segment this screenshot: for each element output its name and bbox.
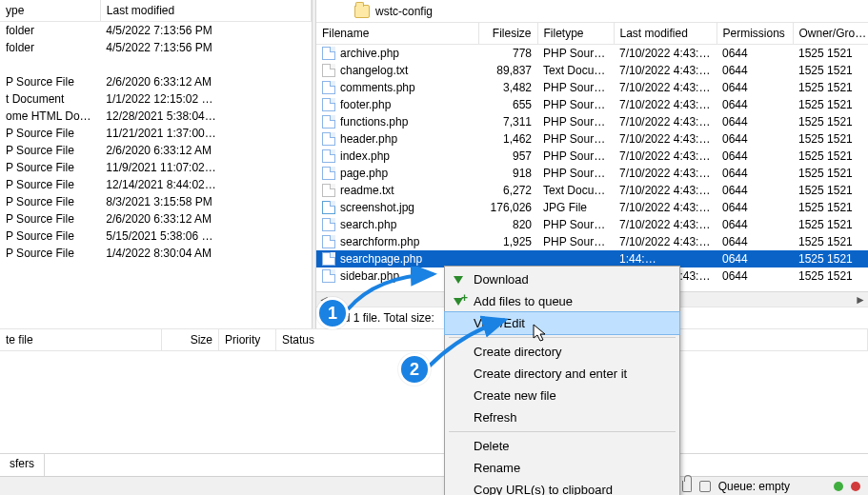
context-menu: Download + Add files to queue View/Edit …: [444, 266, 680, 495]
file-icon: [322, 269, 335, 283]
table-row[interactable]: header.php 1,462 PHP Sourc… 7/10/2022 4:…: [316, 130, 868, 148]
table-row[interactable]: comments.php 3,482 PHP Sourc… 7/10/2022 …: [316, 79, 868, 96]
add-to-queue-icon: +: [451, 294, 466, 309]
bottom-tabs: sfers: [0, 453, 868, 476]
download-icon: [451, 272, 466, 287]
ctx-create-file[interactable]: Create new file: [445, 385, 679, 406]
table-row[interactable]: readme.txt 6,272 Text Docu… 7/10/2022 4:…: [316, 182, 868, 199]
table-row[interactable]: P Source File11/21/2021 1:37:00…: [0, 125, 312, 142]
annotation-bubble-1: 1: [316, 297, 349, 329]
table-row[interactable]: P Source File2/6/2020 6:33:12 AM: [0, 210, 312, 228]
file-icon: [322, 81, 335, 94]
file-icon: [322, 115, 335, 129]
table-row[interactable]: index.php 957 PHP Sourc… 7/10/2022 4:43:…: [316, 148, 868, 165]
table-row[interactable]: searchform.php 1,925 PHP Sourc… 7/10/202…: [316, 233, 868, 250]
status-bar: Queue: empty: [0, 476, 868, 495]
remote-tree-label: wstc-config: [375, 5, 433, 18]
file-icon: [322, 167, 335, 180]
remote-tree-item[interactable]: wstc-config: [316, 0, 868, 23]
file-icon: [322, 98, 335, 111]
ctx-copy-url[interactable]: Copy URL(s) to clipboard: [445, 479, 679, 495]
local-file-list[interactable]: ype Last modified folder4/5/2022 7:13:56…: [0, 0, 312, 262]
col-priority[interactable]: Priority: [219, 329, 276, 350]
table-row[interactable]: P Source File2/6/2020 6:33:12 AM: [0, 142, 312, 159]
table-row[interactable]: P Source File2/6/2020 6:33:12 AM: [0, 73, 312, 90]
scroll-right-icon[interactable]: ►: [853, 293, 868, 307]
col-filesize[interactable]: Filesize: [478, 23, 537, 45]
ctx-separator: [449, 431, 676, 432]
table-row[interactable]: screenshot.jpg 176,026 JPG File 7/10/202…: [316, 199, 868, 216]
status-led-error: [851, 482, 860, 491]
annotation-bubble-2: 2: [398, 353, 431, 386]
ctx-create-directory-enter[interactable]: Create directory and enter it: [445, 363, 679, 385]
file-icon: [322, 235, 335, 248]
table-row[interactable]: footer.php 655 PHP Sourc… 7/10/2022 4:43…: [316, 96, 868, 113]
file-icon: [322, 218, 335, 231]
ctx-separator: [449, 337, 676, 338]
ctx-delete[interactable]: Delete: [445, 435, 679, 457]
transfer-queue-header: te file Size Priority Status: [0, 328, 868, 351]
col-owner[interactable]: Owner/Group: [793, 23, 868, 45]
cursor-icon: [533, 324, 548, 343]
file-icon: [322, 201, 335, 214]
file-icon: [322, 149, 335, 163]
table-row[interactable]: P Source File5/15/2021 5:38:06 …: [0, 228, 312, 245]
col-filename[interactable]: Filename: [316, 23, 478, 45]
table-row[interactable]: P Source File12/14/2021 8:44:02…: [0, 176, 312, 193]
table-row[interactable]: folder4/5/2022 7:13:56 PM: [0, 39, 312, 56]
table-row[interactable]: search.php 820 PHP Sourc… 7/10/2022 4:43…: [316, 216, 868, 233]
col-lastmodified[interactable]: Last modified: [614, 23, 717, 45]
col-remote-file[interactable]: te file: [0, 329, 162, 350]
file-icon: [322, 47, 335, 60]
queue-status: Queue: empty: [718, 480, 790, 493]
file-icon: [322, 64, 335, 77]
table-row[interactable]: [0, 56, 312, 73]
table-row[interactable]: functions.php 7,311 PHP Sourc… 7/10/2022…: [316, 113, 868, 130]
table-row[interactable]: t Document1/1/2022 12:15:02 …: [0, 90, 312, 108]
ctx-refresh[interactable]: Refresh: [445, 406, 679, 428]
local-pane: ype Last modified folder4/5/2022 7:13:56…: [0, 0, 312, 328]
file-icon: [322, 184, 335, 197]
lock-icon[interactable]: [682, 481, 692, 492]
status-led-activity: [834, 482, 843, 491]
table-row[interactable]: folder4/5/2022 7:13:56 PM: [0, 22, 312, 39]
table-row[interactable]: ome HTML Do…12/28/2021 5:38:04…: [0, 108, 312, 125]
table-row[interactable]: archive.php 778 PHP Sourc… 7/10/2022 4:4…: [316, 45, 868, 62]
file-icon: [322, 132, 335, 146]
queue-icon[interactable]: [699, 481, 711, 492]
table-row[interactable]: changelog.txt 89,837 Text Docu… 7/10/202…: [316, 62, 868, 79]
file-icon: [322, 252, 335, 266]
col-type[interactable]: ype: [0, 0, 100, 22]
table-row[interactable]: page.php 918 PHP Sourc… 7/10/2022 4:43:……: [316, 165, 868, 182]
col-modified[interactable]: Last modified: [100, 0, 311, 22]
remote-file-list[interactable]: Filename Filesize Filetype Last modified…: [316, 23, 868, 285]
tab-transfers[interactable]: sfers: [0, 454, 45, 476]
table-row[interactable]: searchpage.php 1:44:… 0644 1525 1521: [316, 250, 868, 267]
ctx-rename[interactable]: Rename: [445, 457, 679, 479]
table-row[interactable]: P Source File11/9/2021 11:07:02…: [0, 159, 312, 176]
col-permissions[interactable]: Permissions: [717, 23, 793, 45]
ctx-download[interactable]: Download: [445, 268, 679, 290]
folder-icon: [354, 5, 370, 18]
col-filetype[interactable]: Filetype: [537, 23, 614, 45]
table-row[interactable]: P Source File8/3/2021 3:15:58 PM: [0, 193, 312, 210]
ctx-create-directory[interactable]: Create directory: [445, 341, 679, 363]
ctx-view-edit[interactable]: View/Edit: [445, 312, 679, 334]
table-row[interactable]: P Source File1/4/2022 8:30:04 AM: [0, 245, 312, 262]
ctx-add-to-queue[interactable]: + Add files to queue: [445, 290, 679, 312]
col-size[interactable]: Size: [162, 329, 219, 350]
